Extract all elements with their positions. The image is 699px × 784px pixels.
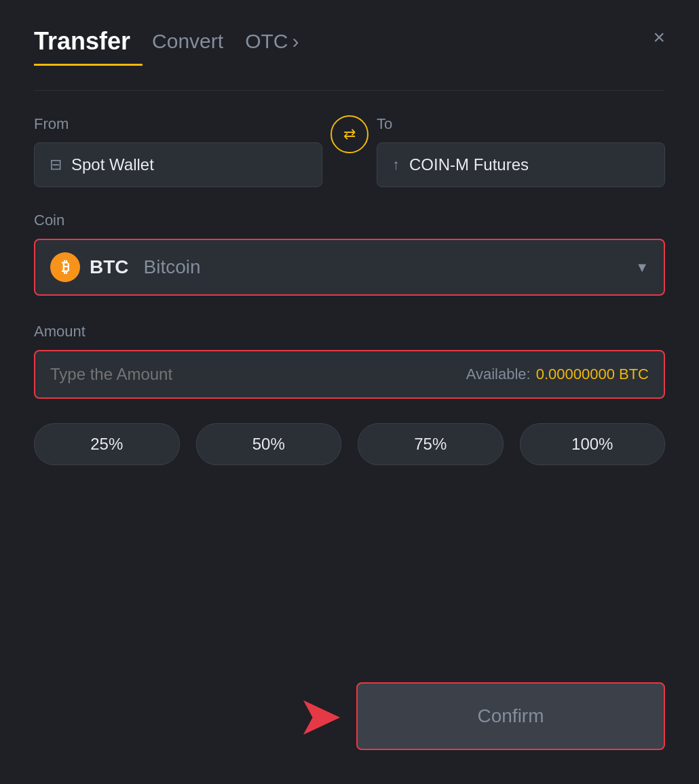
tab-convert[interactable]: Convert [152,30,223,53]
from-to-row: From ⊟ Spot Wallet ⇄ To ↑ COIN-M Futures [34,115,665,187]
to-section: To ↑ COIN-M Futures [377,115,665,187]
active-tab-underline [34,64,143,66]
from-wallet-selector[interactable]: ⊟ Spot Wallet [34,142,322,187]
to-wallet-selector[interactable]: ↑ COIN-M Futures [377,142,665,187]
coin-label: Coin [34,212,665,229]
modal-header: Transfer Convert OTC › × [34,27,665,56]
coin-fullname: Bitcoin [144,256,201,278]
amount-input[interactable] [50,365,350,384]
confirm-button[interactable]: Confirm [356,682,665,750]
from-wallet-name: Spot Wallet [71,155,154,174]
futures-icon: ↑ [392,156,400,174]
swap-icon: ⇄ [343,125,356,143]
bottom-row: ➤ Confirm [34,669,665,750]
coin-section: Coin ₿ BTC Bitcoin ▼ [34,212,665,296]
otc-label: OTC [245,30,288,53]
coin-selector[interactable]: ₿ BTC Bitcoin ▼ [34,239,665,296]
available-label: Available: [466,366,531,383]
pct-75-button[interactable]: 75% [358,423,504,465]
transfer-modal: Transfer Convert OTC › × From ⊟ Spot Wal… [0,0,699,784]
to-wallet-name: COIN-M Futures [409,155,529,174]
percentage-row: 25% 50% 75% 100% [34,423,665,465]
header-divider [34,90,665,91]
pct-50-button[interactable]: 50% [196,423,342,465]
coin-dropdown-icon: ▼ [635,260,649,275]
btc-icon-char: ₿ [62,258,69,276]
arrow-container: ➤ [34,689,356,743]
available-value: 0.00000000 BTC [536,366,649,383]
swap-button[interactable]: ⇄ [330,115,369,153]
pct-25-button[interactable]: 25% [34,423,180,465]
coin-symbol: BTC [90,256,129,278]
wallet-card-icon: ⊟ [50,156,62,174]
swap-button-container: ⇄ [322,115,377,159]
pct-100-button[interactable]: 100% [520,423,666,465]
to-label: To [377,115,665,133]
from-label: From [34,115,322,133]
amount-label: Amount [34,323,665,340]
amount-section: Amount Available: 0.00000000 BTC [34,323,665,399]
close-button[interactable]: × [653,27,665,47]
tab-transfer[interactable]: Transfer [34,27,130,56]
amount-input-wrapper: Available: 0.00000000 BTC [34,350,665,399]
coin-select-inner: ₿ BTC Bitcoin [50,252,626,282]
otc-arrow-icon: › [292,30,299,53]
pointer-arrow-icon: ➤ [297,689,343,743]
available-info: Available: 0.00000000 BTC [466,366,649,383]
from-section: From ⊟ Spot Wallet [34,115,322,187]
tab-otc[interactable]: OTC › [245,30,299,53]
confirm-button-wrapper: Confirm [356,682,665,750]
btc-icon: ₿ [50,252,80,282]
